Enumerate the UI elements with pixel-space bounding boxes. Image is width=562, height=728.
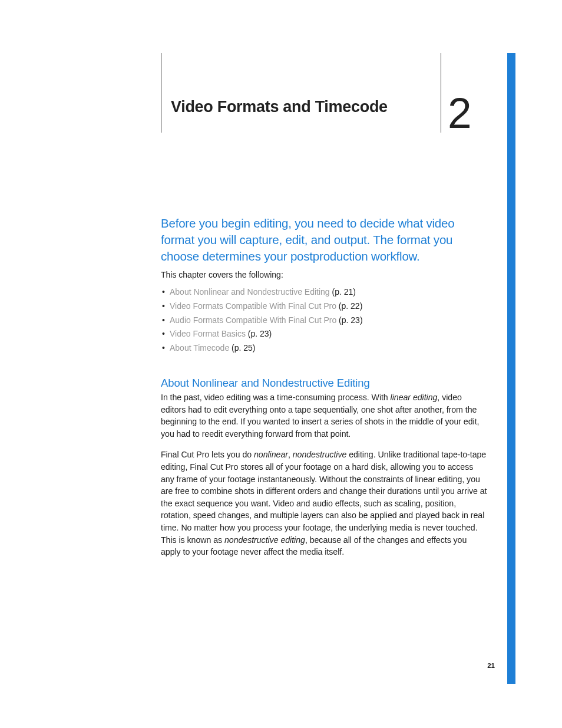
text-run: editing. Unlike traditional tape-to-tape… (161, 450, 487, 544)
toc-link[interactable]: Audio Formats Compatible With Final Cut … (170, 315, 336, 325)
toc-item: Audio Formats Compatible With Final Cut … (161, 314, 488, 328)
toc-link[interactable]: Video Formats Compatible With Final Cut … (170, 301, 336, 311)
toc-item: About Timecode (p. 25) (161, 341, 488, 355)
italic-term: nonlinear (254, 450, 288, 459)
toc-page-ref: (p. 22) (339, 301, 362, 311)
text-run: In the past, video editing was a time-co… (161, 393, 391, 402)
toc-page-ref: (p. 23) (339, 315, 362, 325)
italic-term: nondestructive editing (224, 535, 305, 545)
toc-link[interactable]: About Nonlinear and Nondestructive Editi… (170, 287, 330, 297)
body-paragraph: In the past, video editing was a time-co… (161, 391, 488, 440)
page: Video Formats and Timecode 2 Before you … (0, 0, 562, 728)
content-area: This chapter covers the following: About… (161, 270, 488, 567)
chapter-header: Video Formats and Timecode (171, 98, 489, 116)
thumb-tab-bar (507, 53, 515, 684)
italic-term: linear editing (391, 393, 438, 402)
toc-item: Video Format Basics (p. 23) (161, 327, 488, 341)
toc-page-ref: (p. 21) (332, 287, 356, 297)
toc-list: About Nonlinear and Nondestructive Editi… (161, 285, 488, 355)
toc-item: Video Formats Compatible With Final Cut … (161, 299, 488, 314)
toc-page-ref: (p. 25) (232, 343, 255, 353)
chapter-intro: Before you begin editing, you need to de… (161, 215, 488, 265)
toc-item: About Nonlinear and Nondestructive Editi… (161, 285, 488, 299)
page-number: 21 (487, 662, 495, 669)
toc-link[interactable]: Video Format Basics (170, 329, 246, 338)
body-paragraph: Final Cut Pro lets you do nonlinear, non… (161, 449, 488, 558)
section-heading: About Nonlinear and Nondestructive Editi… (161, 377, 488, 390)
text-run: , (288, 450, 293, 459)
covers-label: This chapter covers the following: (161, 270, 488, 279)
text-run: Final Cut Pro lets you do (161, 450, 254, 459)
chapter-title: Video Formats and Timecode (171, 98, 388, 116)
toc-link[interactable]: About Timecode (170, 343, 229, 353)
toc-page-ref: (p. 23) (248, 329, 272, 338)
chapter-number: 2 (448, 88, 472, 137)
italic-term: nondestructive (293, 450, 347, 459)
chapter-number-divider (441, 53, 441, 133)
title-left-divider (161, 53, 161, 133)
